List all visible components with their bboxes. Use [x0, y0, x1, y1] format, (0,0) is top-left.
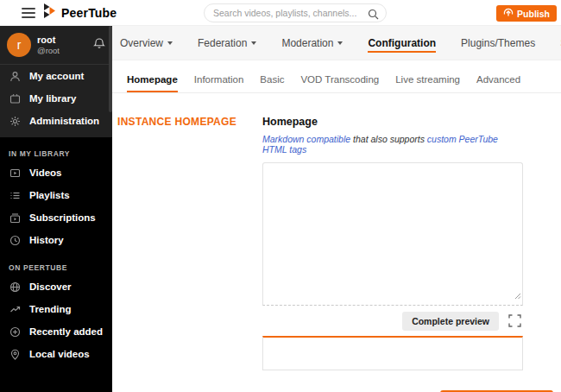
peertube-logo[interactable]: PeerTube	[43, 3, 117, 22]
markdown-toolbar: Complete preview	[262, 306, 523, 336]
tab-basic[interactable]: Basic	[260, 74, 284, 92]
sidebar-item-label: My account	[29, 71, 84, 81]
plus-circle-icon	[9, 326, 21, 338]
search-bar	[204, 3, 387, 22]
playlist-icon	[9, 189, 21, 201]
sidebar-item-recently-added[interactable]: Recently added	[0, 320, 112, 343]
section-title-in-my-library: IN MY LIBRARY	[0, 137, 112, 161]
peertube-logo-icon	[43, 3, 56, 22]
sidebar-item-trending[interactable]: Trending	[0, 298, 112, 320]
user-names: root @root	[37, 35, 93, 55]
search-input[interactable]	[205, 4, 358, 22]
map-pin-icon	[9, 348, 21, 360]
markdown-compatible-link[interactable]: Markdown compatible	[262, 134, 350, 144]
nav-overview[interactable]: Overview	[120, 34, 173, 53]
sidebar-item-label: Videos	[29, 168, 62, 178]
sidebar: r root @root My account	[0, 26, 112, 392]
sidebar-item-administration[interactable]: Administration	[0, 110, 112, 132]
logo-text: PeerTube	[61, 6, 117, 20]
upload-icon	[503, 8, 514, 20]
top-header: PeerTube Publish	[0, 0, 561, 26]
gear-icon	[9, 115, 21, 127]
user-handle: @root	[37, 46, 93, 55]
publish-label: Publish	[517, 9, 550, 19]
section-title-on-peertube: ON PEERTUBE	[0, 251, 112, 275]
configuration-tabs: Homepage Information Basic VOD Transcodi…	[112, 60, 561, 93]
sidebar-item-label: Recently added	[29, 326, 103, 337]
admin-nav: Overview Federation Moderation Configura…	[112, 26, 561, 60]
library-icon	[9, 92, 21, 104]
subscriptions-icon	[9, 212, 21, 224]
sidebar-item-local-videos[interactable]: Local videos	[0, 343, 112, 365]
sidebar-item-label: Trending	[29, 304, 72, 314]
menu-toggle-icon[interactable]	[22, 8, 35, 18]
sidebar-item-label: History	[29, 235, 64, 245]
markdown-preview-panel	[262, 336, 523, 370]
publish-button[interactable]: Publish	[496, 5, 557, 22]
nav-plugins-themes[interactable]: Plugins/Themes	[461, 34, 535, 53]
sidebar-item-label: Administration	[29, 116, 99, 126]
sidebar-item-playlists[interactable]: Playlists	[0, 184, 112, 206]
user-icon	[9, 70, 21, 82]
sidebar-item-my-library[interactable]: My library	[0, 87, 112, 110]
sidebar-item-label: Local videos	[29, 349, 90, 359]
tab-homepage[interactable]: Homepage	[127, 74, 178, 92]
maximize-icon[interactable]	[507, 314, 521, 328]
history-icon	[9, 234, 21, 246]
sidebar-item-my-account[interactable]: My account	[0, 65, 112, 87]
nav-federation[interactable]: Federation	[198, 34, 256, 53]
section-heading-instance-homepage: INSTANCE HOMEPAGE	[117, 116, 262, 128]
sidebar-item-discover[interactable]: Discover	[0, 275, 112, 298]
nav-configuration[interactable]: Configuration	[368, 34, 436, 53]
sidebar-item-label: Playlists	[29, 190, 70, 200]
avatar[interactable]: r	[7, 33, 31, 57]
sidebar-item-history[interactable]: History	[0, 229, 112, 251]
user-row: r root @root	[0, 33, 112, 65]
notifications-bell-icon[interactable]	[93, 37, 105, 54]
nav-label: Overview	[120, 37, 163, 49]
sidebar-item-videos[interactable]: Videos	[0, 161, 112, 184]
nav-label: Moderation	[281, 37, 333, 49]
nav-moderation[interactable]: Moderation	[281, 34, 343, 53]
chevron-down-icon	[251, 41, 256, 45]
trending-icon	[9, 303, 21, 315]
nav-label: Configuration	[368, 37, 436, 49]
chevron-down-icon	[167, 41, 173, 45]
sidebar-item-label: My library	[29, 93, 76, 104]
complete-preview-button[interactable]: Complete preview	[402, 312, 499, 331]
sidebar-item-label: Discover	[29, 281, 72, 292]
admin-main: Overview Federation Moderation Configura…	[112, 26, 561, 392]
video-icon	[9, 167, 21, 179]
chevron-down-icon	[337, 41, 343, 45]
help-middle-text: that also supports	[350, 134, 427, 144]
search-icon[interactable]	[368, 8, 379, 23]
user-menu-block: r root @root My account	[0, 26, 112, 137]
tab-live-streaming[interactable]: Live streaming	[395, 74, 460, 92]
tab-advanced[interactable]: Advanced	[476, 74, 520, 92]
nav-label: Plugins/Themes	[461, 37, 535, 49]
sidebar-item-label: Subscriptions	[29, 212, 96, 223]
sidebar-item-subscriptions[interactable]: Subscriptions	[0, 206, 112, 229]
tab-information[interactable]: Information	[194, 74, 244, 92]
tab-vod-transcoding[interactable]: VOD Transcoding	[300, 74, 379, 92]
user-name: root	[37, 35, 93, 46]
homepage-field-label: Homepage	[262, 116, 523, 128]
homepage-markdown-textarea[interactable]	[262, 162, 523, 306]
nav-label: Federation	[198, 37, 247, 49]
globe-icon	[9, 281, 21, 293]
markdown-help-text: Markdown compatible that also supports c…	[262, 134, 523, 155]
homepage-form: INSTANCE HOMEPAGE Homepage Markdown comp…	[112, 93, 561, 370]
